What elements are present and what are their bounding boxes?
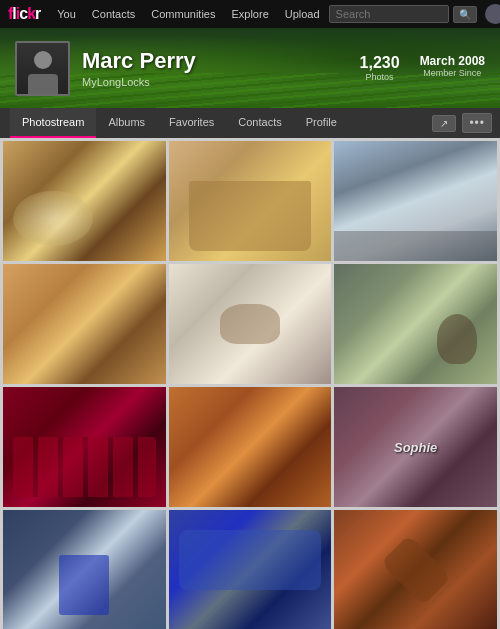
stats-row: 1,230 Photos March 2008 Member Since [360,54,485,82]
more-options-button[interactable]: ••• [462,113,492,133]
avatar-image [17,43,68,94]
photo-3[interactable] [334,141,497,261]
photo-grid: Sophie [0,138,500,629]
photo-4[interactable] [3,264,166,384]
member-since-label: Member Since [420,68,485,78]
search-input[interactable] [329,5,449,23]
photo-10[interactable] [3,510,166,629]
photo-count-label: Photos [360,72,400,82]
avatar[interactable] [485,4,500,24]
member-since-date: March 2008 [420,54,485,68]
flickr-logo[interactable]: flickr [8,5,40,23]
photo-5[interactable] [169,264,332,384]
subnav-favorites[interactable]: Favorites [157,108,226,138]
subnav-albums[interactable]: Albums [96,108,157,138]
photo-6[interactable] [334,264,497,384]
sophie-text: Sophie [394,440,437,455]
nav-item-contacts[interactable]: Contacts [85,8,142,20]
top-navigation: flickr You Contacts Communities Explore … [0,0,500,28]
profile-stats: 1,230 Photos March 2008 Member Since [360,54,485,82]
share-button[interactable]: ↗ [432,115,456,132]
nav-item-you[interactable]: You [50,8,83,20]
photo-count: 1,230 [360,54,400,72]
nav-item-communities[interactable]: Communities [144,8,222,20]
stat-photos: 1,230 Photos [360,54,400,82]
photo-11[interactable] [169,510,332,629]
profile-info: Marc Perry MyLongLocks 1,230 Photos Marc… [0,28,500,108]
cover-header: Marc Perry MyLongLocks 1,230 Photos Marc… [0,28,500,108]
search-button[interactable]: 🔍 [453,6,477,23]
photo-12[interactable] [334,510,497,629]
nav-item-explore[interactable]: Explore [224,8,275,20]
photo-8[interactable] [169,387,332,507]
sub-navigation: Photostream Albums Favorites Contacts Pr… [0,108,500,138]
profile-name: Marc Perry [82,48,360,74]
stat-member-since: March 2008 Member Since [420,54,485,82]
photo-9[interactable]: Sophie [334,387,497,507]
subnav-profile[interactable]: Profile [294,108,349,138]
profile-avatar[interactable] [15,41,70,96]
subnav-photostream[interactable]: Photostream [10,108,96,138]
subnav-contacts[interactable]: Contacts [226,108,293,138]
profile-text: Marc Perry MyLongLocks [82,48,360,88]
photo-7[interactable] [3,387,166,507]
profile-username: MyLongLocks [82,76,360,88]
photo-2[interactable] [169,141,332,261]
search-area: 🔍 [329,4,500,24]
subnav-actions: ↗ ••• [432,108,500,138]
photo-1[interactable] [3,141,166,261]
nav-item-upload[interactable]: Upload [278,8,327,20]
